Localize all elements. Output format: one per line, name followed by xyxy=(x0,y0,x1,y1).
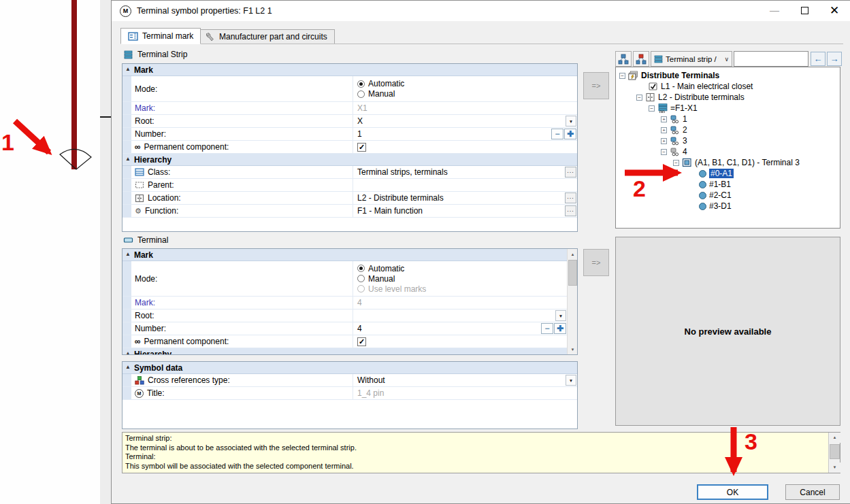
tree-item-pin-b1[interactable]: #1-B1 xyxy=(616,179,840,190)
tab-bar: Terminal mark Manufacturer part and circ… xyxy=(120,28,843,44)
tree-item-label: 2 xyxy=(683,125,687,135)
tree-item-pin-c1[interactable]: #2-C1 xyxy=(616,190,840,201)
group-header-hierarchy[interactable]: ▲ Hierarchy xyxy=(122,154,577,166)
maximize-button[interactable] xyxy=(791,1,817,20)
search-input[interactable] xyxy=(734,51,808,67)
mode-label: Mode: xyxy=(135,274,157,284)
increment-button[interactable]: ✚ xyxy=(564,129,576,139)
cancel-button[interactable]: Cancel xyxy=(785,484,840,500)
transfer-terminal-button[interactable]: => xyxy=(583,249,609,276)
radio-manual[interactable]: Manual xyxy=(357,89,395,99)
mode-row: Mode: Automatic Manual Use level marks xyxy=(122,261,567,297)
hierarchy-filtered-view-button[interactable] xyxy=(633,51,649,67)
radio-automatic[interactable]: Automatic xyxy=(357,264,404,273)
decrement-button[interactable]: − xyxy=(551,129,563,139)
browse-button[interactable]: ... xyxy=(565,205,576,216)
expand-box-icon[interactable]: + xyxy=(661,127,667,133)
location-row: Location: L2 - Distribute terminals ... xyxy=(122,192,577,205)
increment-button[interactable]: ✚ xyxy=(554,323,566,334)
minimize-button[interactable]: — xyxy=(762,1,787,20)
expand-box-icon[interactable]: + xyxy=(661,138,667,144)
tab-manufacturer-part[interactable]: Manufacturer part and circuits xyxy=(197,29,335,44)
title-bar[interactable]: M Terminal symbol properties: F1 L2 1 — … xyxy=(112,1,850,21)
scroll-down-icon[interactable]: ▼ xyxy=(568,344,578,354)
checkbox-checked[interactable]: ✓ xyxy=(357,143,366,152)
no-preview-text: No preview available xyxy=(685,326,772,337)
tree-item-terminal-group[interactable]: − (A1, B1, C1, D1) - Terminal 3 xyxy=(616,157,840,168)
terminal-grid-scrollbar[interactable]: ▲ ▼ xyxy=(567,249,577,354)
location-check-icon xyxy=(648,82,658,91)
location-label: Location: xyxy=(148,193,181,203)
tree-item-terminal-3[interactable]: + 3 xyxy=(616,135,840,146)
tree-item-l2[interactable]: − L2 - Distribute terminals xyxy=(616,92,840,103)
tree-item-terminal-1[interactable]: + 1 xyxy=(616,114,840,124)
tree-item-pin-d1[interactable]: #3-D1 xyxy=(616,201,840,212)
browse-button[interactable]: ... xyxy=(565,192,576,203)
tree-item-f1x1[interactable]: − =F1-X1 xyxy=(616,103,840,114)
parent-row: Parent: xyxy=(122,179,577,192)
cross-references-value[interactable]: Without xyxy=(357,375,385,385)
tree-item-l1[interactable]: L1 - Main electrical closet xyxy=(616,81,840,92)
function-label: Function: xyxy=(145,206,178,216)
group-header-symbol-data[interactable]: ▲ Symbol data xyxy=(122,362,577,374)
number-input[interactable]: 4 xyxy=(357,324,362,333)
group-header-label: Hierarchy xyxy=(134,155,171,165)
radio-automatic[interactable]: Automatic xyxy=(357,79,404,88)
dropdown-button[interactable]: ▼ xyxy=(566,375,576,386)
dropdown-button[interactable]: ▼ xyxy=(566,116,576,127)
group-header-mark[interactable]: ▲ Mark xyxy=(122,64,577,76)
terminal-group-icon xyxy=(682,158,692,167)
collapse-box-icon[interactable]: − xyxy=(636,95,642,101)
navigate-back-button[interactable]: ← xyxy=(811,52,826,66)
tree-item-root[interactable]: − Distribute Terminals xyxy=(616,70,840,81)
radio-manual[interactable]: Manual xyxy=(357,274,395,284)
collapse-box-icon[interactable]: − xyxy=(619,73,625,79)
tree-item-pin-a1[interactable]: #0-A1 xyxy=(616,168,840,179)
section-title-text: Terminal xyxy=(137,235,168,245)
terminal-properties-dialog: M Terminal symbol properties: F1 L2 1 — … xyxy=(111,0,850,504)
group-header-hierarchy[interactable]: ▲ Hierarchy xyxy=(122,348,567,355)
expand-box-icon[interactable]: + xyxy=(661,116,667,122)
close-button[interactable]: ✕ xyxy=(821,1,847,20)
navigate-forward-button[interactable]: → xyxy=(827,52,842,66)
collapse-box-icon[interactable]: − xyxy=(649,105,655,112)
tree-item-terminal-2[interactable]: + 2 xyxy=(616,124,840,135)
terminals-tree: − Distribute Terminals L1 - Main electri… xyxy=(615,67,840,229)
location-value: L2 - Distribute terminals xyxy=(357,193,444,203)
dropdown-button[interactable]: ▼ xyxy=(555,310,566,321)
schematic-canvas xyxy=(0,0,100,504)
tab-terminal-mark[interactable]: Terminal mark xyxy=(120,28,201,44)
scroll-down-icon[interactable]: ▼ xyxy=(829,463,840,473)
radio-on-icon xyxy=(357,265,365,272)
cross-references-label: Cross references type: xyxy=(148,375,230,385)
tree-item-terminal-4[interactable]: − 4 xyxy=(616,146,840,157)
checkbox-checked[interactable]: ✓ xyxy=(357,337,366,346)
tree-item-label: 4 xyxy=(683,147,687,156)
maximize-icon xyxy=(801,7,808,14)
permanent-component-row: ∞ Permanent component: ✓ xyxy=(122,335,567,348)
scroll-up-icon[interactable]: ▲ xyxy=(568,249,578,259)
browse-button[interactable]: ... xyxy=(565,167,576,178)
collapse-box-icon[interactable]: − xyxy=(661,149,667,155)
terminal-symbol xyxy=(57,141,94,173)
radio-label: Manual xyxy=(368,274,395,284)
group-header-mark[interactable]: ▲ Mark xyxy=(122,249,567,261)
scroll-thumb[interactable] xyxy=(568,260,577,286)
decrement-button[interactable]: − xyxy=(541,323,553,334)
transfer-strip-button[interactable]: => xyxy=(583,72,609,99)
tree-filter-dropdown[interactable]: Terminal strip / ten ∨ xyxy=(651,51,732,67)
info-scrollbar[interactable]: ▲ ▼ xyxy=(828,433,840,473)
form-icon xyxy=(128,32,138,41)
parent-icon xyxy=(135,181,144,189)
radio-disabled-icon xyxy=(357,285,365,292)
number-input[interactable]: 1 xyxy=(357,129,362,139)
collapse-box-icon[interactable]: − xyxy=(673,160,679,166)
root-input[interactable]: X xyxy=(357,116,363,126)
radio-label: Automatic xyxy=(368,264,404,273)
group-header-label: Symbol data xyxy=(134,363,182,373)
hierarchy-view-button[interactable] xyxy=(615,51,632,67)
scroll-up-icon[interactable]: ▲ xyxy=(829,433,840,443)
scroll-thumb[interactable] xyxy=(830,444,840,459)
parent-label: Parent: xyxy=(148,180,174,190)
ok-button[interactable]: OK xyxy=(697,484,768,500)
